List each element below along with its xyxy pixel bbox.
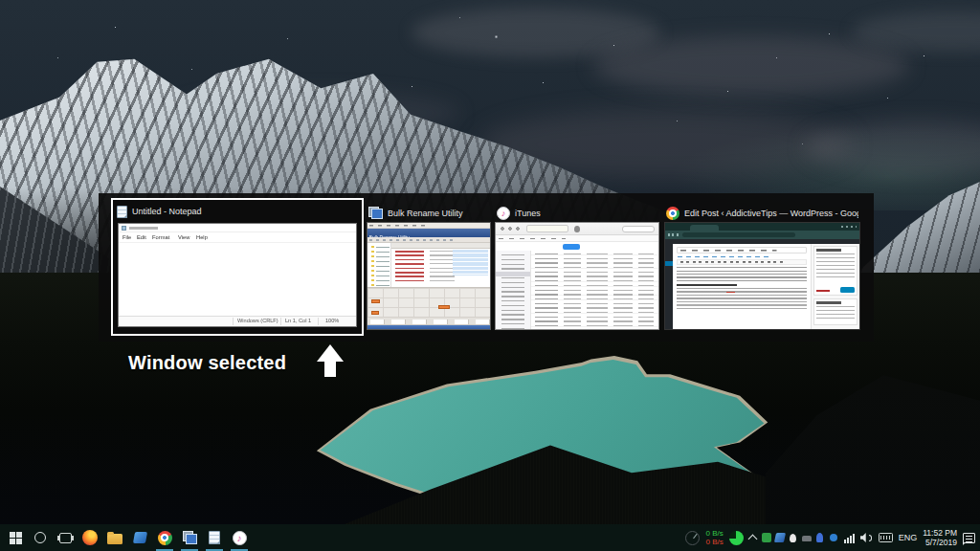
task-view-icon [59, 533, 72, 543]
itunes-icon: ♪ [497, 207, 510, 220]
chrome-icon [158, 531, 172, 545]
touch-keyboard-icon[interactable] [879, 533, 893, 542]
desktop-screen: Window selected Untitled - Notepad File … [0, 0, 980, 551]
itunes-lcd-display [526, 225, 568, 232]
blue-person-tray-icon[interactable] [816, 533, 823, 542]
bru-folder-tree [368, 243, 391, 287]
wp-publish-sidebar [812, 244, 859, 330]
blue-dot-tray-icon[interactable] [830, 534, 837, 541]
wp-secondary-box [813, 298, 858, 325]
wp-title-field [677, 247, 807, 253]
bulk-rename-preview: Bulk Rename Utility [367, 222, 491, 330]
taskbar-notepad[interactable] [202, 524, 227, 551]
wp-editor-toolbar [677, 259, 807, 265]
taskbar-firefox[interactable] [78, 524, 102, 551]
itunes-menubar [496, 235, 658, 242]
wp-post-heading [677, 284, 737, 286]
action-center-icon[interactable] [963, 533, 975, 543]
cortana-search-button[interactable] [28, 524, 53, 551]
up-arrow-icon [317, 344, 344, 379]
green-app-tray-icon[interactable] [762, 533, 771, 542]
blue-app-icon [132, 532, 146, 543]
taskbar-chrome[interactable] [152, 524, 177, 551]
bru-options-grid [368, 288, 490, 318]
bulk-rename-icon [183, 531, 197, 544]
network-speed-monitor[interactable]: 0 B/s 0 B/s [705, 530, 723, 546]
itunes-search-box [622, 226, 655, 232]
taskbar-blue-app[interactable] [127, 524, 152, 551]
notepad-edit-area [119, 243, 356, 316]
speaker-icon[interactable] [860, 533, 873, 542]
itunes-playback-controls [501, 227, 522, 231]
start-button[interactable] [3, 524, 28, 551]
task-view-button[interactable] [53, 524, 78, 551]
grey-tray-icon[interactable] [802, 536, 812, 541]
tray-icon-group [762, 533, 838, 542]
cloud [593, 36, 909, 96]
thumbnail-title: iTunes [515, 209, 541, 218]
itunes-song-table [531, 251, 658, 330]
bru-statusbar [368, 325, 490, 330]
gauge-tray-icon[interactable] [685, 531, 700, 545]
chrome-icon [666, 207, 679, 220]
time: 11:52 PM [923, 528, 957, 538]
window-thumbnail-notepad[interactable]: Untitled - Notepad File Edit Format View… [111, 198, 364, 336]
wp-editor [673, 244, 812, 330]
taskbar-clock[interactable]: 11:52 PM 5/7/2019 [923, 528, 957, 547]
wp-update-button [840, 287, 855, 293]
wallpaper-stars [0, 0, 1, 1]
chrome-address-bar [682, 232, 795, 237]
cortana-icon [34, 532, 46, 543]
taskbar: ♪ 0 B/s 0 B/s ENG 11: [0, 524, 980, 551]
window-thumbnail-itunes[interactable]: ♪ iTunes [495, 204, 659, 332]
itunes-preview [495, 222, 659, 330]
thumbnail-title: Bulk Rename Utility [388, 209, 463, 218]
windows-logo-icon [10, 532, 22, 544]
wp-admin-sidebar [665, 244, 673, 330]
taskbar-bulk-rename[interactable] [177, 524, 202, 551]
droplet-tray-icon[interactable] [790, 534, 796, 542]
taskbar-itunes[interactable]: ♪ [227, 524, 252, 551]
itunes-blue-button [563, 244, 580, 250]
chrome-preview [664, 222, 860, 330]
itunes-sidebar [496, 251, 531, 330]
firefox-icon [82, 530, 98, 545]
language-indicator[interactable]: ENG [899, 533, 918, 542]
notepad-statusbar: Windows (CRLF) Ln 1, Col 1 100% [119, 316, 356, 326]
annotation-label: Window selected [128, 352, 286, 374]
notepad-preview: File Edit Format View Help Windows (CRLF… [118, 223, 357, 327]
file-explorer-icon [107, 534, 122, 544]
date: 5/7/2019 [925, 538, 957, 547]
thumbnail-title: Edit Post ‹ AddictiveTips — WordPress - … [684, 209, 858, 218]
itunes-icon: ♪ [233, 531, 247, 545]
window-thumbnail-chrome[interactable]: Edit Post ‹ AddictiveTips — WordPress - … [664, 204, 860, 332]
network-signal-icon[interactable] [844, 533, 855, 543]
apple-logo-icon [574, 226, 580, 232]
usage-pie-tray-icon[interactable] [729, 531, 744, 545]
taskbar-file-explorer[interactable] [102, 524, 127, 551]
thumbnail-title: Untitled - Notepad [132, 207, 202, 216]
window-thumbnail-bulk-rename[interactable]: Bulk Rename Utility Bulk Rename Utility [367, 204, 491, 332]
wp-publish-box [813, 246, 858, 296]
notepad-mini-icon [122, 226, 126, 231]
notepad-menubar: File Edit Format View Help [119, 232, 356, 243]
task-switcher-panel: Untitled - Notepad File Edit Format View… [99, 193, 874, 342]
bru-file-list [391, 243, 490, 287]
bulk-rename-icon [368, 207, 383, 219]
wp-move-to-trash [816, 290, 830, 292]
notepad-icon [209, 531, 220, 544]
notepad-icon [117, 206, 127, 218]
chevron-up-icon[interactable] [747, 535, 757, 544]
blue-swoosh-tray-icon[interactable] [774, 533, 786, 542]
